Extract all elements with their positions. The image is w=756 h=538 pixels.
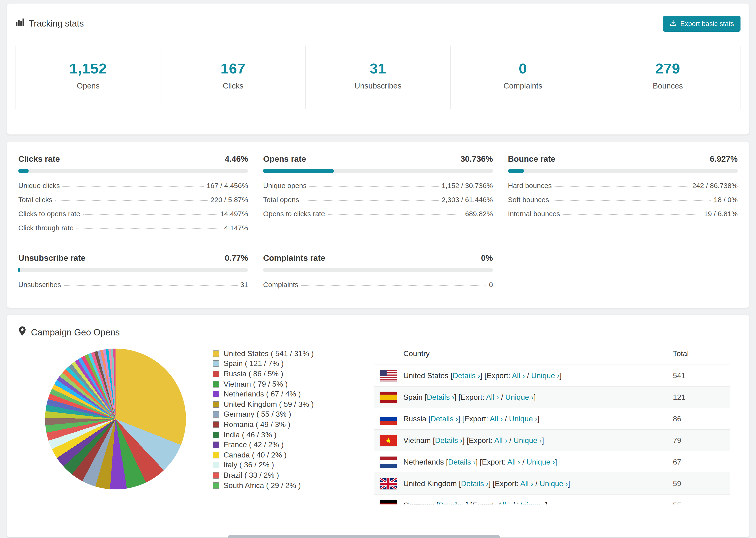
flag-germany-icon (380, 500, 397, 505)
export-all-link[interactable]: All › (490, 415, 503, 423)
dotted-leader (55, 200, 207, 201)
export-unique-link[interactable]: Unique › (513, 436, 542, 444)
export-all-link[interactable]: All › (507, 458, 520, 466)
export-unique-link[interactable]: Unique › (517, 501, 545, 505)
legend-item-brazil[interactable]: Brazil ( 33 / 2% ) (213, 470, 374, 480)
export-all-link[interactable]: All › (520, 480, 533, 488)
stat-line: Click through rate4.147% (18, 221, 248, 235)
legend-item-france[interactable]: France ( 42 / 2% ) (213, 440, 374, 450)
stat-line: Unique clicks167 / 4.456% (18, 179, 248, 193)
unsubscribe-rate-progressbar (18, 268, 248, 272)
legend-swatch (213, 371, 219, 377)
legend-swatch (213, 411, 219, 418)
country-cell: United Kingdom [Details ›] [Export: All … (404, 478, 673, 489)
opens-rate-block: Opens rate 30.736% Unique opens1,152 / 3… (263, 154, 493, 235)
legend-item-romania[interactable]: Romania ( 49 / 3% ) (213, 419, 374, 430)
opens-rate-title: Opens rate (263, 154, 306, 164)
legend-item-spain[interactable]: Spain ( 121 / 7% ) (213, 359, 374, 369)
details-link[interactable]: Details › (438, 501, 466, 505)
flag-russia-icon (380, 413, 397, 424)
legend-swatch (213, 462, 219, 468)
map-pin-icon (18, 326, 26, 339)
details-link[interactable]: Details › (461, 480, 489, 488)
export-all-link[interactable]: All › (512, 372, 525, 380)
total-cell: 79 (673, 436, 725, 445)
details-link[interactable]: Details › (453, 372, 480, 380)
stat-line: Hard bounces242 / 86.738% (508, 179, 738, 193)
details-link[interactable]: Details › (431, 415, 458, 423)
table-header: Country Total (374, 342, 730, 364)
dotted-leader (64, 285, 238, 286)
export-unique-link[interactable]: Unique › (509, 415, 537, 423)
complaints-rate-block: Complaints rate 0% Complaints0 (263, 253, 493, 292)
export-unique-link[interactable]: Unique › (540, 480, 568, 488)
export-all-link[interactable]: All › (498, 501, 511, 505)
geo-opens-title: Campaign Geo Opens (31, 327, 120, 339)
stat-box-clicks: 167 Clicks (160, 46, 306, 109)
table-row-united-states: United States [Details ›] [Export: All ›… (374, 364, 730, 386)
total-cell: 55 (673, 501, 725, 505)
legend-item-vietnam[interactable]: Vietnam ( 79 / 5% ) (213, 379, 374, 389)
export-unique-link[interactable]: Unique › (527, 458, 555, 466)
dotted-leader (563, 214, 701, 215)
legend-swatch (213, 421, 219, 428)
legend-item-canada[interactable]: Canada ( 40 / 2% ) (213, 450, 374, 460)
country-cell: Spain [Details ›] [Export: All › / Uniqu… (404, 392, 673, 403)
geo-pie-chart[interactable] (45, 349, 186, 489)
details-link[interactable]: Details › (435, 436, 462, 444)
table-row-netherlands: Netherlands [Details ›] [Export: All › /… (374, 451, 730, 472)
bounce-rate-title: Bounce rate (508, 154, 555, 164)
tracking-stats-title: Tracking stats (16, 18, 84, 30)
legend-swatch (213, 391, 219, 398)
legend-item-united-kingdom[interactable]: United Kingdom ( 59 / 3% ) (213, 399, 374, 409)
horizontal-scrollbar-thumb[interactable] (228, 535, 500, 538)
details-link[interactable]: Details › (448, 458, 475, 466)
export-unique-link[interactable]: Unique › (531, 372, 560, 380)
country-cell: Netherlands [Details ›] [Export: All › /… (404, 457, 673, 467)
export-unique-link[interactable]: Unique › (505, 393, 534, 401)
unsubscribe-rate-title: Unsubscribe rate (18, 253, 85, 263)
legend-item-germany[interactable]: Germany ( 55 / 3% ) (213, 409, 374, 419)
total-cell: 541 (673, 371, 725, 380)
dotted-leader (552, 200, 711, 201)
stat-line: Total clicks220 / 5.87% (18, 193, 248, 207)
export-all-link[interactable]: All › (494, 436, 507, 444)
legend-item-united-states[interactable]: United States ( 541 / 31% ) (213, 349, 374, 359)
flag-vietnam-icon (380, 435, 397, 446)
complaints-rate-title: Complaints rate (263, 253, 325, 263)
table-row-russia: Russia [Details ›] [Export: All › / Uniq… (374, 408, 730, 429)
unsubscribe-rate-block: Unsubscribe rate 0.77% Unsubscribes31 (18, 253, 248, 292)
clicks-rate-title: Clicks rate (18, 154, 60, 164)
details-link[interactable]: Details › (427, 393, 454, 401)
dotted-leader (309, 186, 439, 187)
flag-united-kingdom-icon (380, 478, 397, 489)
legend-item-netherlands[interactable]: Netherlands ( 67 / 4% ) (213, 389, 374, 399)
legend-item-south-africa[interactable]: South Africa ( 29 / 2% ) (213, 480, 374, 490)
export-all-link[interactable]: All › (486, 393, 499, 401)
legend-item-india[interactable]: India ( 46 / 3% ) (213, 430, 374, 440)
total-cell: 67 (673, 458, 725, 466)
total-column-header: Total (673, 350, 725, 358)
export-basic-stats-button[interactable]: Export basic stats (663, 16, 740, 32)
country-cell: Russia [Details ›] [Export: All › / Uniq… (404, 413, 673, 424)
clicks-rate-value: 4.46% (225, 154, 248, 164)
dotted-leader (83, 214, 217, 215)
flag-netherlands-icon (380, 456, 397, 467)
legend-swatch (213, 431, 219, 438)
complaints-rate-value: 0% (481, 253, 493, 263)
opens-rate-progressbar (263, 169, 493, 173)
stats-summary-row: 1,152 Opens 167 Clicks 31 Unsubscribes 0… (7, 46, 749, 134)
table-row-united-kingdom: United Kingdom [Details ›] [Export: All … (374, 472, 730, 494)
legend-swatch (213, 381, 219, 387)
legend-item-italy[interactable]: Italy ( 36 / 2% ) (213, 460, 374, 470)
legend-item-russia[interactable]: Russia ( 86 / 5% ) (213, 369, 374, 379)
flag-united-states-icon (380, 370, 397, 381)
bar-chart-icon (16, 18, 25, 30)
page: Tracking stats Export basic stats 1,152 … (0, 4, 756, 538)
legend-swatch (213, 442, 219, 448)
legend-swatch (213, 401, 219, 408)
stat-box-unsubscribes: 31 Unsubscribes (305, 46, 451, 109)
stat-box-bounces: 279 Bounces (595, 46, 740, 109)
opens-rate-value: 30.736% (460, 154, 493, 164)
dotted-leader (76, 228, 221, 229)
